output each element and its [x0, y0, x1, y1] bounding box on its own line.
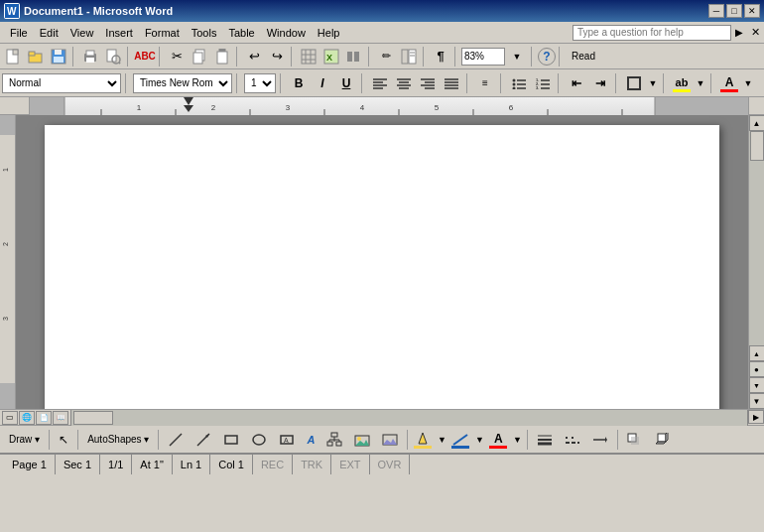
scroll-next-page-button[interactable]: ▼	[749, 377, 765, 393]
draw-font-color-dropdown[interactable]: ▼	[511, 429, 523, 451]
insert-excel-button[interactable]: X	[320, 46, 342, 67]
show-formatting-button[interactable]: ¶	[430, 46, 451, 67]
menu-help[interactable]: Help	[312, 25, 346, 41]
line-tool[interactable]	[163, 429, 189, 451]
style-dropdown[interactable]: Normal	[2, 73, 121, 93]
open-button[interactable]	[25, 46, 47, 67]
print-view-tab[interactable]: 📄	[36, 411, 52, 425]
justify-button[interactable]	[441, 72, 462, 94]
line-color-dropdown[interactable]: ▼	[473, 429, 485, 451]
draw-dropdown[interactable]: Draw ▾	[4, 429, 45, 451]
horizontal-scrollbar[interactable]	[70, 410, 748, 426]
paste-button[interactable]	[211, 46, 233, 67]
menu-file[interactable]: File	[4, 25, 34, 41]
h-scroll-thumb[interactable]	[73, 411, 113, 425]
document-map-button[interactable]	[398, 46, 420, 67]
help-search-input[interactable]	[573, 25, 731, 41]
scroll-thumb[interactable]	[750, 131, 764, 161]
fill-color-dropdown[interactable]: ▼	[436, 429, 447, 451]
shadow-button[interactable]	[622, 429, 648, 451]
help-button[interactable]: ?	[538, 48, 556, 66]
line-spacing-button[interactable]: ≡	[474, 72, 496, 94]
scroll-prev-page-button[interactable]: ▲	[749, 345, 765, 361]
menu-format[interactable]: Format	[139, 25, 186, 41]
diagram-button[interactable]	[321, 429, 347, 451]
menu-tools[interactable]: Tools	[186, 25, 223, 41]
fill-color-button[interactable]	[412, 429, 434, 451]
arrow-tool[interactable]	[191, 429, 216, 451]
new-button[interactable]	[2, 46, 24, 67]
scroll-right-button[interactable]: ▶	[748, 410, 764, 424]
line-style-button[interactable]	[532, 429, 558, 451]
undo-button[interactable]: ↩	[243, 46, 265, 67]
document-page[interactable]	[45, 125, 719, 409]
font-size-dropdown[interactable]: 12	[244, 73, 276, 93]
drawing-button[interactable]: ✏	[375, 46, 397, 67]
textbox-tool[interactable]: A	[274, 429, 300, 451]
font-dropdown[interactable]: Times New Roman	[133, 73, 232, 93]
picture-button[interactable]	[377, 429, 403, 451]
zoom-dropdown[interactable]: ▼	[506, 46, 528, 67]
menu-edit[interactable]: Edit	[34, 25, 64, 41]
wordart-button[interactable]: A	[302, 429, 319, 451]
oval-tool[interactable]	[246, 429, 272, 451]
dash-style-button[interactable]	[560, 429, 585, 451]
print-preview-button[interactable]	[102, 46, 124, 67]
menu-view[interactable]: View	[64, 25, 100, 41]
numbering-button[interactable]: 1.2.3.	[532, 72, 554, 94]
close-button[interactable]: ✕	[744, 4, 760, 18]
font-color-button[interactable]: A	[718, 72, 740, 94]
menu-table[interactable]: Table	[222, 25, 260, 41]
border-dropdown[interactable]: ▼	[647, 72, 659, 94]
help-search-icon[interactable]: ▶	[735, 27, 743, 38]
align-left-button[interactable]	[369, 72, 391, 94]
line-color-button[interactable]	[449, 429, 471, 451]
scroll-up-button[interactable]: ▲	[749, 115, 765, 131]
autoshapes-dropdown[interactable]: AutoShapes ▾	[82, 429, 154, 451]
draw-font-color-button[interactable]: A	[487, 429, 509, 451]
rectangle-tool[interactable]	[218, 429, 244, 451]
bold-button[interactable]: B	[288, 72, 310, 94]
font-color-dropdown[interactable]: ▼	[742, 72, 754, 94]
print-button[interactable]	[79, 46, 101, 67]
help-close-icon[interactable]: ✕	[751, 26, 760, 39]
highlight-button[interactable]: ab	[671, 72, 693, 94]
spell-check-button[interactable]: ABC	[134, 46, 156, 67]
minimize-button[interactable]: ─	[708, 4, 724, 18]
clipart-button[interactable]	[349, 429, 375, 451]
save-button[interactable]	[48, 46, 69, 67]
ruler-area: 1 2 3 4 5 6	[0, 97, 764, 115]
title-bar-controls[interactable]: ─ □ ✕	[708, 4, 760, 18]
underline-button[interactable]: U	[335, 72, 357, 94]
highlight-dropdown[interactable]: ▼	[695, 72, 706, 94]
cut-button[interactable]: ✂	[166, 46, 188, 67]
3d-button[interactable]	[650, 429, 676, 451]
align-right-button[interactable]	[417, 72, 439, 94]
columns-button[interactable]	[343, 46, 365, 67]
center-button[interactable]	[393, 72, 415, 94]
outside-border-button[interactable]	[623, 72, 645, 94]
menu-insert[interactable]: Insert	[99, 25, 139, 41]
scroll-select-browse-button[interactable]: ●	[749, 361, 765, 377]
read-button[interactable]: Read	[566, 46, 601, 67]
increase-indent-button[interactable]: ⇥	[589, 72, 611, 94]
bullets-button[interactable]	[508, 72, 530, 94]
reading-view-tab[interactable]: 📖	[53, 411, 68, 425]
arrow-style-button[interactable]	[587, 429, 613, 451]
scroll-down-button[interactable]: ▼	[749, 393, 765, 409]
maximize-button[interactable]: □	[726, 4, 742, 18]
decrease-indent-button[interactable]: ⇤	[566, 72, 587, 94]
select-objects-button[interactable]: ↖	[54, 429, 73, 451]
vertical-scrollbar[interactable]: ▲ ▲ ● ▼ ▼	[748, 115, 764, 409]
normal-view-tab[interactable]: ▭	[2, 411, 18, 425]
copy-button[interactable]	[189, 46, 210, 67]
insert-table-button[interactable]	[298, 46, 319, 67]
menu-window[interactable]: Window	[261, 25, 312, 41]
redo-button[interactable]: ↪	[266, 46, 288, 67]
italic-button[interactable]: I	[312, 72, 333, 94]
window-title: Document1 - Microsoft Word	[24, 5, 173, 17]
scroll-track[interactable]	[749, 131, 765, 345]
svg-rect-98	[336, 442, 341, 446]
document-area[interactable]	[16, 115, 748, 409]
web-view-tab[interactable]: 🌐	[19, 411, 35, 425]
